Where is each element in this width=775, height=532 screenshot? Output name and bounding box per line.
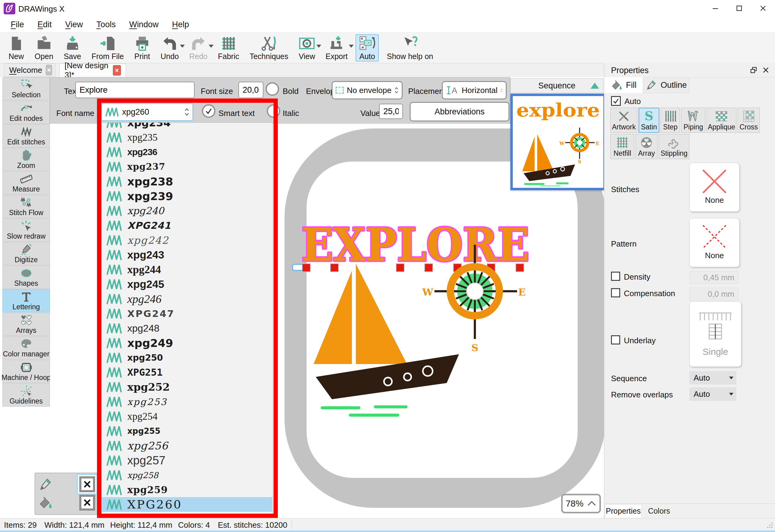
toolbar-new-button[interactable]: New (6, 34, 27, 61)
font-option-xpg252[interactable]: xpg252 (102, 380, 272, 394)
stitch-type-cross[interactable]: Cross (738, 108, 760, 133)
toolbar-show-help-on-button[interactable]: Show help on (384, 34, 436, 61)
stitch-type-array[interactable]: Array (636, 134, 658, 159)
font-dropdown-list[interactable]: xpg234xpg235xpg236xpg237xpg238xpg239xpg2… (101, 122, 272, 514)
underlay-checkbox[interactable] (611, 335, 620, 344)
sidebar-item-arrays[interactable]: Arrays (2, 313, 50, 336)
font-option-xpg245[interactable]: xpg245 (102, 277, 272, 292)
menu-view[interactable]: View (58, 20, 90, 29)
fill-color-none-button[interactable] (79, 495, 95, 511)
font-option-xpg239[interactable]: xpg239 (102, 189, 272, 203)
bottom-tab-colors[interactable]: Colors (642, 504, 676, 518)
stitch-type-applique[interactable]: Applique (706, 108, 736, 133)
stitch-type-stippling[interactable]: Stippling (659, 134, 689, 159)
toolbar-fabric-button[interactable]: Fabric (215, 34, 241, 61)
toolbar-export-button[interactable]: Export (323, 34, 350, 61)
sequence-panel-header[interactable]: Sequence (510, 78, 603, 93)
stitch-type-satin[interactable]: SSatin (639, 108, 659, 133)
close-button[interactable] (751, 0, 775, 17)
pattern-none-button[interactable]: None (689, 218, 740, 267)
toolbar-view-button[interactable]: View (296, 34, 317, 61)
toolbar-print-button[interactable]: Print (132, 34, 153, 61)
zoom-level-button[interactable]: 78% (561, 494, 601, 513)
compensation-input[interactable]: 0,0 mm (689, 288, 738, 300)
font-option-xpg242[interactable]: xpg242 (102, 233, 272, 247)
font-name-combobox[interactable]: xpg260 (101, 103, 193, 121)
dropdown-arrow-icon[interactable] (180, 45, 185, 48)
menu-tools[interactable]: Tools (90, 20, 122, 29)
dropdown-arrow-icon[interactable] (209, 45, 213, 48)
value-input[interactable] (379, 104, 403, 119)
outline-color-none-button[interactable] (79, 476, 95, 492)
sidebar-item-lettering[interactable]: Lettering (2, 289, 50, 312)
compensation-checkbox[interactable] (611, 288, 620, 297)
font-option-xpg246[interactable]: xpg246 (102, 292, 272, 306)
text-input[interactable] (75, 82, 195, 98)
stitch-type-artwork[interactable]: Artwork (610, 108, 637, 133)
bottom-tab-properties[interactable]: Properties (605, 504, 642, 518)
close-panel-icon[interactable] (762, 66, 769, 74)
sidebar-item-selection[interactable]: Selection (2, 77, 50, 100)
toolbar-redo-button[interactable]: Redo (187, 34, 210, 61)
tab-design-close-icon[interactable] (113, 65, 121, 76)
font-option-xpg244[interactable]: xpg244 (102, 262, 272, 277)
float-panel-icon[interactable] (750, 66, 757, 74)
font-option-xpg254[interactable]: xpg254 (102, 409, 272, 424)
font-option-xpg251[interactable]: XPG251 (102, 365, 272, 380)
toolbar-techniques-button[interactable]: Techniques (247, 34, 291, 61)
font-option-xpg260[interactable]: XPG260 (102, 497, 272, 512)
stitch-type-netfill[interactable]: Netfill (610, 134, 634, 159)
toolbar-save-button[interactable]: Save (61, 34, 83, 61)
tab-welcome[interactable]: Welcome (4, 63, 55, 77)
font-option-xpg247[interactable]: XPG247 (102, 306, 272, 321)
sidebar-item-machine-hoop[interactable]: Machine / Hoop (2, 360, 50, 383)
font-option-xpg255[interactable]: xpg255 (102, 424, 272, 438)
stitch-type-step[interactable]: Step (661, 108, 680, 133)
toolbar-from-file-button[interactable]: From File (89, 34, 126, 61)
font-option-xpg250[interactable]: xpg250 (102, 350, 272, 365)
envelope-select[interactable]: No envelope (332, 81, 403, 99)
sidebar-item-shapes[interactable]: Shapes (2, 266, 50, 289)
sidebar-item-edit-stitches[interactable]: Edit stitches (2, 124, 50, 147)
sidebar-item-slow-redraw[interactable]: Slow redraw (2, 218, 50, 242)
stitches-none-button[interactable]: None (689, 163, 740, 212)
sidebar-item-stitch-flow[interactable]: Stitch Flow (2, 195, 50, 218)
font-option-xpg234[interactable]: xpg234 (102, 122, 272, 130)
font-option-xpg238[interactable]: xpg238 (102, 174, 272, 189)
font-option-xpg261[interactable]: xpg261 (102, 512, 272, 514)
font-option-xpg257[interactable]: xpg257 (102, 453, 272, 468)
font-option-xpg240[interactable]: xpg240 (102, 203, 272, 218)
font-option-xpg258[interactable]: xpg258 (102, 468, 272, 482)
sequence-thumbnail[interactable]: explore W E S (510, 94, 606, 190)
minimize-button[interactable] (703, 0, 727, 17)
font-option-xpg236[interactable]: xpg236 (102, 145, 272, 159)
smart-text-toggle[interactable] (202, 104, 215, 118)
sidebar-item-color-manager[interactable]: Color manager (2, 336, 50, 359)
menu-window[interactable]: Window (122, 20, 165, 29)
font-option-xpg237[interactable]: xpg237 (102, 159, 272, 174)
maximize-button[interactable] (727, 0, 751, 17)
design-text[interactable]: EXPLORE (301, 218, 529, 271)
auto-checkbox[interactable] (611, 96, 621, 106)
sidebar-item-measure[interactable]: Measure (2, 171, 50, 195)
placement-select[interactable]: A Horizontal (442, 81, 507, 99)
collapse-triangle-icon[interactable] (590, 82, 599, 89)
stitch-type-piping[interactable]: Piping (681, 108, 705, 133)
menu-file[interactable]: File (4, 20, 31, 29)
dropdown-arrow-icon[interactable] (316, 45, 321, 48)
sidebar-item-digitize[interactable]: Digitize (2, 242, 50, 265)
bold-toggle[interactable] (265, 82, 279, 96)
sidebar-item-zoom[interactable]: Zoom (2, 148, 50, 171)
font-option-xpg253[interactable]: xpg253 (102, 394, 272, 409)
font-option-xpg235[interactable]: xpg235 (102, 130, 272, 145)
resize-grip-icon[interactable] (766, 522, 773, 529)
menu-edit[interactable]: Edit (31, 20, 59, 29)
tab-fill[interactable]: Fill (604, 77, 643, 93)
sidebar-item-guidelines[interactable]: Guidelines (2, 383, 50, 407)
toolbar-open-button[interactable]: Open (32, 34, 56, 61)
font-size-input[interactable] (238, 82, 263, 98)
font-option-xpg243[interactable]: xpg243 (102, 247, 272, 262)
sidebar-item-edit-nodes[interactable]: Edit nodes (2, 101, 50, 124)
font-option-xpg241[interactable]: XPG241 (102, 218, 272, 233)
density-checkbox[interactable] (611, 272, 620, 281)
